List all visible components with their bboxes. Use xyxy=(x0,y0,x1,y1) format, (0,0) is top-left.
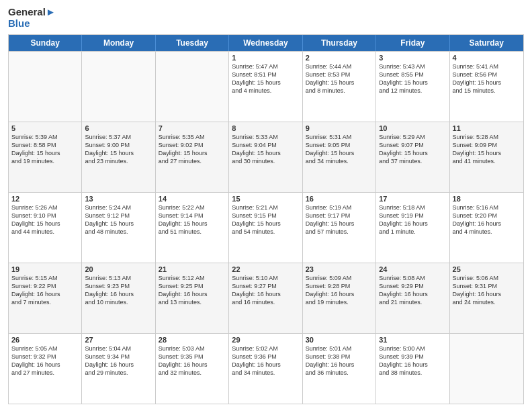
day-info: Sunrise: 5:21 AM Sunset: 9:15 PM Dayligh… xyxy=(232,203,299,236)
day-number: 12 xyxy=(11,195,79,203)
calendar-day: 27Sunrise: 5:04 AM Sunset: 9:34 PM Dayli… xyxy=(82,334,155,404)
day-info: Sunrise: 5:09 AM Sunset: 9:28 PM Dayligh… xyxy=(306,274,373,307)
calendar-day: 22Sunrise: 5:10 AM Sunset: 9:27 PM Dayli… xyxy=(229,263,302,333)
calendar-day: 23Sunrise: 5:09 AM Sunset: 9:28 PM Dayli… xyxy=(303,263,376,333)
logo: General► Blue xyxy=(8,7,56,29)
day-info: Sunrise: 5:12 AM Sunset: 9:25 PM Dayligh… xyxy=(159,274,226,307)
calendar-day: 5Sunrise: 5:39 AM Sunset: 8:58 PM Daylig… xyxy=(9,122,82,192)
calendar-day: 10Sunrise: 5:29 AM Sunset: 9:07 PM Dayli… xyxy=(376,122,449,192)
day-info: Sunrise: 5:10 AM Sunset: 9:27 PM Dayligh… xyxy=(232,274,299,307)
day-info: Sunrise: 5:13 AM Sunset: 9:23 PM Dayligh… xyxy=(85,274,152,307)
empty-cell xyxy=(156,52,229,122)
day-number: 8 xyxy=(232,124,299,132)
calendar-day: 19Sunrise: 5:15 AM Sunset: 9:22 PM Dayli… xyxy=(9,263,82,333)
page-header: General► Blue xyxy=(8,7,524,29)
calendar-day: 6Sunrise: 5:37 AM Sunset: 9:00 PM Daylig… xyxy=(82,122,155,192)
day-number: 2 xyxy=(306,54,373,62)
day-info: Sunrise: 5:33 AM Sunset: 9:04 PM Dayligh… xyxy=(232,133,299,166)
day-number: 18 xyxy=(453,195,521,203)
day-number: 17 xyxy=(379,195,446,203)
day-info: Sunrise: 5:06 AM Sunset: 9:31 PM Dayligh… xyxy=(453,274,521,307)
day-info: Sunrise: 5:00 AM Sunset: 9:39 PM Dayligh… xyxy=(379,345,446,377)
day-number: 3 xyxy=(379,54,446,62)
day-info: Sunrise: 5:18 AM Sunset: 9:19 PM Dayligh… xyxy=(379,203,446,236)
day-info: Sunrise: 5:44 AM Sunset: 8:53 PM Dayligh… xyxy=(306,62,373,95)
calendar-day: 7Sunrise: 5:35 AM Sunset: 9:02 PM Daylig… xyxy=(156,122,229,192)
day-number: 28 xyxy=(159,336,226,344)
day-info: Sunrise: 5:41 AM Sunset: 8:56 PM Dayligh… xyxy=(453,62,521,95)
calendar-week: 1Sunrise: 5:47 AM Sunset: 8:51 PM Daylig… xyxy=(9,51,523,122)
calendar-day: 21Sunrise: 5:12 AM Sunset: 9:25 PM Dayli… xyxy=(156,263,229,333)
day-info: Sunrise: 5:04 AM Sunset: 9:34 PM Dayligh… xyxy=(85,345,152,377)
day-number: 16 xyxy=(306,195,373,203)
empty-cell xyxy=(9,52,82,122)
day-info: Sunrise: 5:35 AM Sunset: 9:02 PM Dayligh… xyxy=(159,133,226,166)
day-info: Sunrise: 5:08 AM Sunset: 9:29 PM Dayligh… xyxy=(379,274,446,307)
day-number: 14 xyxy=(159,195,226,203)
calendar-day: 24Sunrise: 5:08 AM Sunset: 9:29 PM Dayli… xyxy=(376,263,449,333)
day-info: Sunrise: 5:03 AM Sunset: 9:35 PM Dayligh… xyxy=(159,345,226,377)
day-number: 4 xyxy=(453,54,521,62)
calendar-day: 31Sunrise: 5:00 AM Sunset: 9:39 PM Dayli… xyxy=(376,334,449,404)
calendar-day: 26Sunrise: 5:05 AM Sunset: 9:32 PM Dayli… xyxy=(9,334,82,404)
calendar-day: 17Sunrise: 5:18 AM Sunset: 9:19 PM Dayli… xyxy=(376,193,449,263)
weekday-header: Tuesday xyxy=(156,35,229,51)
day-info: Sunrise: 5:47 AM Sunset: 8:51 PM Dayligh… xyxy=(232,62,299,95)
weekday-header: Monday xyxy=(82,35,155,51)
day-info: Sunrise: 5:31 AM Sunset: 9:05 PM Dayligh… xyxy=(306,133,373,166)
day-number: 19 xyxy=(11,265,79,273)
calendar-week: 12Sunrise: 5:26 AM Sunset: 9:10 PM Dayli… xyxy=(9,192,523,263)
day-number: 24 xyxy=(379,265,446,273)
day-number: 10 xyxy=(379,124,446,132)
day-info: Sunrise: 5:16 AM Sunset: 9:20 PM Dayligh… xyxy=(453,203,521,236)
calendar-day: 15Sunrise: 5:21 AM Sunset: 9:15 PM Dayli… xyxy=(229,193,302,263)
calendar-day: 13Sunrise: 5:24 AM Sunset: 9:12 PM Dayli… xyxy=(82,193,155,263)
weekday-header: Sunday xyxy=(9,35,82,51)
calendar-day: 2Sunrise: 5:44 AM Sunset: 8:53 PM Daylig… xyxy=(303,52,376,122)
day-info: Sunrise: 5:28 AM Sunset: 9:09 PM Dayligh… xyxy=(453,133,521,166)
day-info: Sunrise: 5:39 AM Sunset: 8:58 PM Dayligh… xyxy=(11,133,79,166)
calendar-day: 18Sunrise: 5:16 AM Sunset: 9:20 PM Dayli… xyxy=(450,193,523,263)
calendar-day: 9Sunrise: 5:31 AM Sunset: 9:05 PM Daylig… xyxy=(303,122,376,192)
day-info: Sunrise: 5:15 AM Sunset: 9:22 PM Dayligh… xyxy=(11,274,79,307)
calendar-day: 20Sunrise: 5:13 AM Sunset: 9:23 PM Dayli… xyxy=(82,263,155,333)
weekday-header: Wednesday xyxy=(229,35,302,51)
day-info: Sunrise: 5:37 AM Sunset: 9:00 PM Dayligh… xyxy=(85,133,152,166)
page-container: General► Blue SundayMondayTuesdayWednesd… xyxy=(0,0,532,411)
day-info: Sunrise: 5:01 AM Sunset: 9:38 PM Dayligh… xyxy=(306,345,373,377)
weekday-header: Saturday xyxy=(450,35,523,51)
day-number: 6 xyxy=(85,124,152,132)
day-number: 9 xyxy=(306,124,373,132)
calendar-day: 12Sunrise: 5:26 AM Sunset: 9:10 PM Dayli… xyxy=(9,193,82,263)
day-number: 29 xyxy=(232,336,299,344)
day-info: Sunrise: 5:22 AM Sunset: 9:14 PM Dayligh… xyxy=(159,203,226,236)
day-number: 11 xyxy=(453,124,521,132)
weekday-header: Friday xyxy=(376,35,449,51)
day-number: 15 xyxy=(232,195,299,203)
day-number: 31 xyxy=(379,336,446,344)
logo-text: General► Blue xyxy=(8,7,56,29)
day-info: Sunrise: 5:24 AM Sunset: 9:12 PM Dayligh… xyxy=(85,203,152,236)
calendar-day: 11Sunrise: 5:28 AM Sunset: 9:09 PM Dayli… xyxy=(450,122,523,192)
calendar-header: SundayMondayTuesdayWednesdayThursdayFrid… xyxy=(9,35,523,51)
calendar-day: 30Sunrise: 5:01 AM Sunset: 9:38 PM Dayli… xyxy=(303,334,376,404)
calendar-day: 1Sunrise: 5:47 AM Sunset: 8:51 PM Daylig… xyxy=(229,52,302,122)
calendar-day: 16Sunrise: 5:19 AM Sunset: 9:17 PM Dayli… xyxy=(303,193,376,263)
weekday-header: Thursday xyxy=(303,35,376,51)
day-number: 21 xyxy=(159,265,226,273)
day-number: 5 xyxy=(11,124,79,132)
calendar-week: 26Sunrise: 5:05 AM Sunset: 9:32 PM Dayli… xyxy=(9,333,523,404)
day-number: 22 xyxy=(232,265,299,273)
calendar-day: 28Sunrise: 5:03 AM Sunset: 9:35 PM Dayli… xyxy=(156,334,229,404)
day-info: Sunrise: 5:29 AM Sunset: 9:07 PM Dayligh… xyxy=(379,133,446,166)
day-number: 13 xyxy=(85,195,152,203)
day-number: 25 xyxy=(453,265,521,273)
calendar-day: 4Sunrise: 5:41 AM Sunset: 8:56 PM Daylig… xyxy=(450,52,523,122)
day-info: Sunrise: 5:43 AM Sunset: 8:55 PM Dayligh… xyxy=(379,62,446,95)
day-info: Sunrise: 5:26 AM Sunset: 9:10 PM Dayligh… xyxy=(11,203,79,236)
day-number: 23 xyxy=(306,265,373,273)
day-number: 1 xyxy=(232,54,299,62)
calendar-day: 25Sunrise: 5:06 AM Sunset: 9:31 PM Dayli… xyxy=(450,263,523,333)
empty-cell xyxy=(450,334,523,404)
calendar-body: 1Sunrise: 5:47 AM Sunset: 8:51 PM Daylig… xyxy=(9,51,523,404)
